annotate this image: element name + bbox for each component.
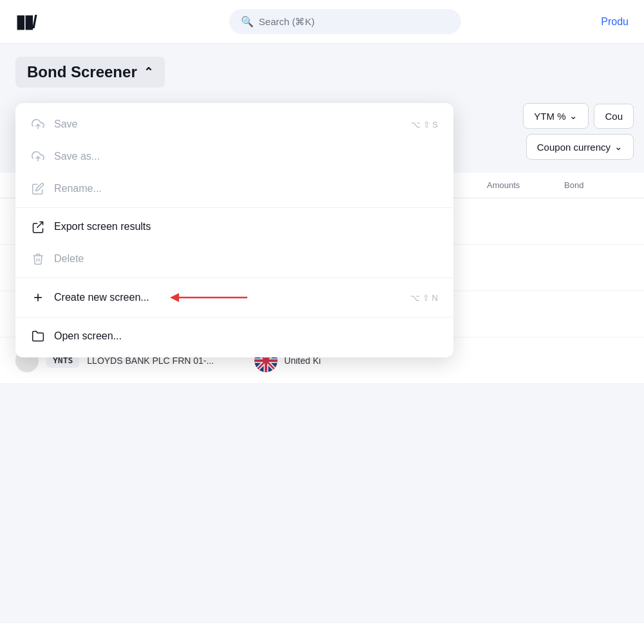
- search-bar[interactable]: 🔍 Search (⌘K): [229, 9, 461, 34]
- menu-divider-1: [15, 207, 453, 208]
- menu-create-new-label: Create new screen...: [54, 292, 149, 303]
- ytm-label: YTM %: [534, 111, 565, 122]
- th-amounts: Amounts: [487, 173, 564, 198]
- logo: ▮▮/: [15, 11, 36, 32]
- menu-item-save[interactable]: Save ⌥ ⇧ S: [15, 108, 453, 140]
- cou-button[interactable]: Cou: [594, 104, 634, 129]
- dropdown-menu: Save ⌥ ⇧ S Save as... Rename...: [15, 103, 453, 357]
- main-content: Bond Screener ⌃ YTM % ⌄ Cou Coupon curre…: [0, 44, 644, 623]
- menu-item-save-as[interactable]: Save as...: [15, 140, 453, 173]
- menu-item-create-new[interactable]: Create new screen... ⌥ ⇧ N: [15, 281, 453, 314]
- header: ▮▮/ 🔍 Search (⌘K) Produ: [0, 0, 644, 44]
- menu-delete-label: Delete: [54, 253, 84, 265]
- coupon-currency-row: Coupon currency ⌄: [526, 134, 644, 160]
- th-bond-label: Bond: [564, 180, 583, 190]
- red-arrow: [170, 290, 247, 305]
- menu-save-as-label: Save as...: [54, 151, 100, 162]
- menu-export-label: Export screen results: [54, 221, 151, 232]
- ytm-button[interactable]: YTM % ⌄: [523, 103, 589, 129]
- upload-cloud-icon: [31, 117, 45, 131]
- right-panel-buttons: YTM % ⌄ Cou: [523, 103, 644, 129]
- menu-item-delete[interactable]: Delete: [15, 243, 453, 275]
- search-icon: 🔍: [241, 15, 254, 28]
- menu-save-shortcut: ⌥ ⇧ S: [411, 120, 438, 129]
- menu-open-screen-label: Open screen...: [54, 330, 122, 342]
- screener-header: Bond Screener ⌃: [0, 44, 644, 98]
- pencil-icon: [31, 182, 45, 196]
- coupon-currency-chevron-icon: ⌄: [614, 141, 623, 153]
- menu-item-rename[interactable]: Rename...: [15, 173, 453, 205]
- chevron-up-icon: ⌃: [144, 65, 153, 79]
- screener-title-button[interactable]: Bond Screener ⌃: [15, 57, 165, 88]
- share-icon: [31, 220, 45, 234]
- products-link[interactable]: Produ: [601, 16, 629, 28]
- screener-title-text: Bond Screener: [27, 63, 137, 81]
- menu-divider-3: [15, 317, 453, 317]
- menu-save-label: Save: [54, 118, 77, 130]
- logo-text: ▮▮/: [15, 12, 36, 32]
- coupon-currency-label: Coupon currency: [537, 142, 611, 153]
- th-amounts-label: Amounts: [487, 180, 520, 190]
- menu-rename-label: Rename...: [54, 183, 102, 194]
- search-placeholder-text: Search (⌘K): [259, 16, 315, 28]
- upload-cloud-2-icon: [31, 149, 45, 164]
- svg-marker-6: [170, 293, 179, 302]
- menu-divider-2: [15, 278, 453, 278]
- cou-label: Cou: [605, 111, 623, 122]
- folder-icon: [31, 329, 45, 343]
- menu-item-export[interactable]: Export screen results: [15, 211, 453, 243]
- menu-item-open-screen[interactable]: Open screen...: [15, 320, 453, 352]
- menu-create-new-shortcut: ⌥ ⇧ N: [410, 293, 438, 303]
- trash-icon: [31, 252, 45, 266]
- coupon-currency-button[interactable]: Coupon currency ⌄: [526, 134, 634, 160]
- plus-icon: [31, 290, 45, 305]
- svg-line-2: [37, 222, 43, 228]
- th-bond: Bond: [564, 173, 629, 198]
- ytm-chevron-icon: ⌄: [569, 110, 578, 122]
